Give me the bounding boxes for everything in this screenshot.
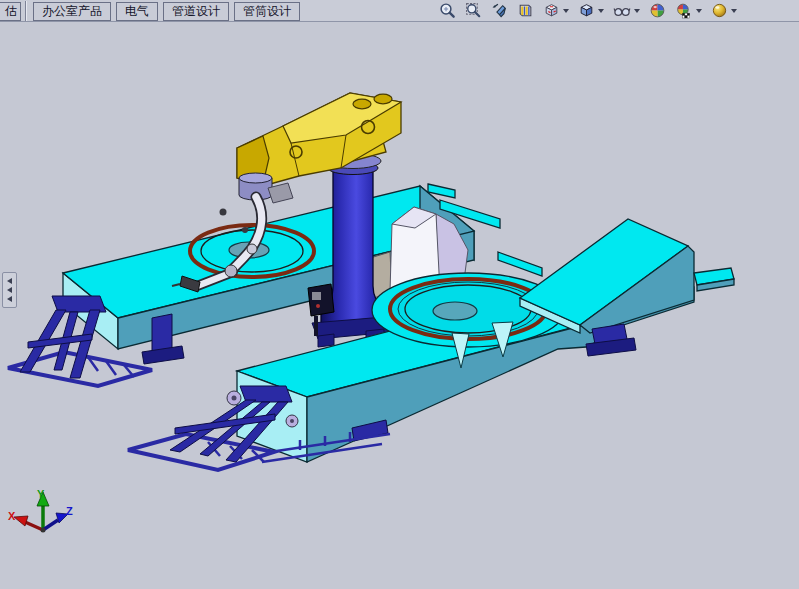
command-toolbar: 估 办公室产品 电气 管道设计 管筒设计	[0, 0, 799, 22]
zoom-to-fit-button[interactable]	[439, 0, 456, 21]
section-view-icon	[517, 2, 534, 19]
tab-electrical[interactable]: 电气	[116, 2, 158, 21]
tab-divider	[25, 1, 27, 21]
dropdown-caret[interactable]	[731, 9, 737, 13]
zoom-to-area-button[interactable]	[465, 0, 482, 21]
orientation-triad: X Y Z	[8, 488, 73, 533]
tab-evaluate-partial[interactable]: 估	[0, 2, 21, 21]
heads-up-view-toolbar	[439, 0, 799, 21]
apply-scene-icon	[675, 2, 693, 19]
display-style-button[interactable]	[578, 0, 604, 21]
previous-view-button[interactable]	[491, 0, 508, 21]
triad-z-label: Z	[66, 505, 73, 517]
feature-tree-collapse-button[interactable]	[2, 272, 17, 308]
edit-appearance-button[interactable]	[649, 0, 666, 21]
view-orientation-button[interactable]	[543, 0, 569, 21]
left-arrow-icon	[7, 287, 12, 293]
tab-office-products[interactable]: 办公室产品	[33, 2, 111, 21]
graphics-viewport[interactable]: X Y Z	[0, 0, 799, 589]
tab-tubing-design[interactable]: 管筒设计	[234, 2, 300, 21]
front-beam-hole	[433, 302, 477, 320]
dropdown-caret[interactable]	[634, 9, 640, 13]
dropdown-caret[interactable]	[563, 9, 569, 13]
apply-scene-button[interactable]	[675, 0, 702, 21]
command-tabs: 估 办公室产品 电气 管道设计 管筒设计	[0, 0, 300, 21]
dropdown-caret[interactable]	[696, 9, 702, 13]
model-scene: X Y Z	[0, 0, 799, 589]
triad-y-label: Y	[37, 488, 45, 500]
section-view-button[interactable]	[517, 0, 534, 21]
edit-appearance-icon	[649, 2, 666, 19]
view-settings-button[interactable]	[711, 0, 737, 21]
robot-boom-arm[interactable]	[237, 93, 401, 186]
hide-show-items-icon	[613, 2, 631, 19]
zoom-to-fit-icon	[439, 2, 456, 19]
zoom-to-area-icon	[465, 2, 482, 19]
view-settings-icon	[711, 2, 728, 19]
triad-x-label: X	[8, 510, 16, 522]
tab-piping-design[interactable]: 管道设计	[163, 2, 229, 21]
hide-show-items-button[interactable]	[613, 0, 640, 21]
display-style-icon	[578, 2, 595, 19]
left-arrow-icon	[7, 296, 12, 302]
left-arrow-icon	[7, 278, 12, 284]
dropdown-caret[interactable]	[598, 9, 604, 13]
previous-view-icon	[491, 2, 508, 19]
solidworks-window: 估 办公室产品 电气 管道设计 管筒设计	[0, 0, 799, 589]
view-orientation-icon	[543, 2, 560, 19]
